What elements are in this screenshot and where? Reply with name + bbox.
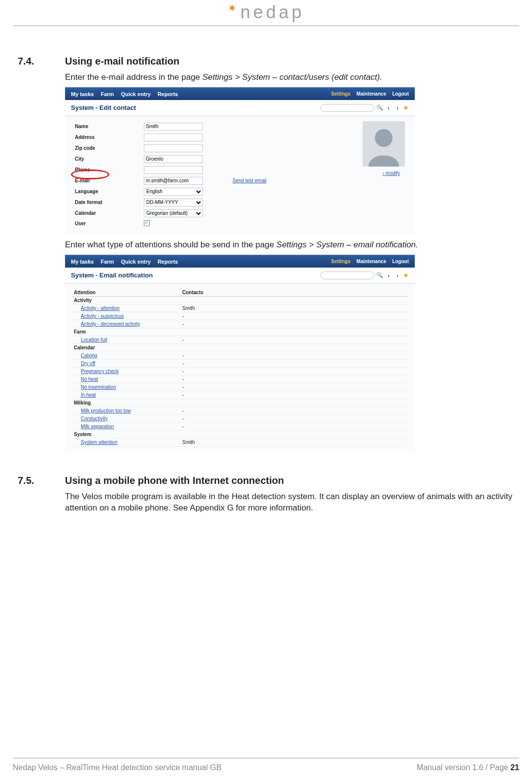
- contacts-cell: [180, 344, 408, 352]
- menu-reports[interactable]: Reports: [158, 91, 178, 97]
- table-row: Activity: [72, 297, 408, 305]
- form-row: Address: [72, 132, 408, 143]
- menu-maintenance[interactable]: Maintenance: [357, 91, 387, 97]
- attention-link[interactable]: Dry off: [74, 361, 95, 366]
- search-icon[interactable]: 🔍: [376, 104, 383, 111]
- menu-maintenance[interactable]: Maintenance: [357, 259, 387, 264]
- attention-link[interactable]: Activity - decreased activity: [74, 321, 140, 327]
- form-label: Name: [72, 121, 141, 132]
- search-icon[interactable]: 🔍: [376, 272, 383, 279]
- form-label: Address: [72, 132, 141, 143]
- contacts-cell: -: [180, 415, 408, 423]
- form-row: Name: [72, 121, 408, 132]
- name-input[interactable]: [144, 123, 203, 131]
- contacts-cell: -: [180, 423, 408, 431]
- next-icon[interactable]: ›: [394, 104, 401, 111]
- attention-link[interactable]: Pregnancy check: [74, 369, 119, 374]
- contacts-cell: -: [180, 375, 408, 383]
- section-title-75: Using a mobile phone with Internet conne…: [65, 475, 284, 486]
- menu-logout[interactable]: Logout: [392, 91, 409, 97]
- table-row: Dry off-: [72, 360, 408, 368]
- menu-settings[interactable]: Settings: [331, 259, 350, 264]
- contact-avatar: [363, 121, 405, 167]
- zip-code-input[interactable]: [144, 144, 203, 152]
- body-paragraph-75: The Velos mobile program is available in…: [65, 491, 514, 514]
- address-input[interactable]: [144, 134, 203, 141]
- menu-quick-entry[interactable]: Quick entry: [121, 259, 151, 265]
- phone-input[interactable]: [144, 166, 203, 174]
- contacts-cell: [180, 297, 408, 305]
- user-checkbox[interactable]: [144, 220, 150, 226]
- attention-link[interactable]: Milk production too low: [74, 408, 131, 413]
- attention-link[interactable]: Milk separation: [74, 424, 114, 429]
- table-row: Calving-: [72, 352, 408, 360]
- col-header-attention: Attention: [72, 289, 180, 297]
- mid-paragraph-74: Enter what type of attentions should be …: [65, 239, 514, 251]
- contacts-cell: -: [180, 320, 408, 328]
- attention-link[interactable]: Calving: [74, 353, 97, 358]
- contacts-cell: [180, 399, 408, 407]
- category-label: Farm: [72, 328, 180, 336]
- search-input[interactable]: [320, 272, 374, 279]
- form-row: LanguageEnglish: [72, 186, 408, 197]
- menu-my-tasks[interactable]: My tasks: [71, 91, 94, 97]
- page-title: System - Edit contact: [71, 104, 136, 111]
- favorite-star-icon[interactable]: ★: [403, 272, 409, 279]
- category-label: Milking: [72, 399, 180, 407]
- table-row: No heat-: [72, 375, 408, 383]
- prev-icon[interactable]: ‹: [385, 104, 392, 111]
- calendar-select[interactable]: Gregorian (default): [144, 209, 203, 217]
- contacts-cell: Smith: [180, 305, 408, 312]
- contacts-cell: -: [180, 407, 408, 415]
- form-label: Date format: [72, 197, 141, 208]
- attention-link[interactable]: Activity - suspicious: [74, 313, 124, 319]
- menu-reports[interactable]: Reports: [158, 259, 178, 265]
- section-title-74: Using e-mail notification: [65, 56, 179, 67]
- contacts-cell: -: [180, 383, 408, 391]
- table-row: Conductivity-: [72, 415, 408, 423]
- form-label: City: [72, 154, 141, 165]
- menu-farm[interactable]: Farm: [100, 259, 114, 265]
- attention-link[interactable]: No heat: [74, 376, 98, 382]
- form-row: User: [72, 219, 408, 229]
- table-row: Farm: [72, 328, 408, 336]
- table-row: Activity - suspicious-: [72, 312, 408, 320]
- attention-link[interactable]: Conductivity: [74, 416, 107, 421]
- prev-icon[interactable]: ‹: [385, 272, 392, 279]
- table-row: System attentionSmith: [72, 439, 408, 446]
- attention-link[interactable]: Activity - attention: [74, 306, 120, 311]
- app-menu-bar: My tasks Farm Quick entry Reports Settin…: [65, 256, 415, 268]
- attention-link[interactable]: Location full: [74, 337, 107, 342]
- footer-left: Nedap Velos – RealTime Heat detection se…: [13, 763, 222, 772]
- next-icon[interactable]: ›: [394, 272, 401, 279]
- attention-link[interactable]: In heat: [74, 392, 96, 398]
- form-label: Phone: [72, 165, 141, 175]
- form-row: Phone: [72, 165, 408, 175]
- e-mail-input[interactable]: [144, 177, 203, 185]
- app-menu-bar: My tasks Farm Quick entry Reports Settin…: [65, 88, 415, 100]
- page-title: System - Email notification: [71, 272, 153, 279]
- footer-rule: [13, 758, 519, 758]
- search-input[interactable]: [320, 104, 374, 112]
- city-input[interactable]: [144, 155, 203, 163]
- menu-my-tasks[interactable]: My tasks: [71, 259, 94, 265]
- send-test-email-link[interactable]: Send test email: [233, 178, 266, 183]
- menu-settings[interactable]: Settings: [331, 91, 350, 97]
- form-row: CalendarGregorian (default): [72, 208, 408, 219]
- language-select[interactable]: English: [144, 188, 203, 196]
- contacts-cell: [180, 328, 408, 336]
- menu-farm[interactable]: Farm: [100, 91, 114, 97]
- attention-link[interactable]: No insemination: [74, 384, 116, 390]
- date-format-select[interactable]: DD-MM-YYYY: [144, 199, 203, 206]
- contacts-cell: -: [180, 360, 408, 368]
- category-label: Activity: [72, 297, 180, 305]
- svg-point-1: [375, 129, 393, 147]
- menu-quick-entry[interactable]: Quick entry: [121, 91, 151, 97]
- contacts-cell: -: [180, 352, 408, 360]
- star-icon: ✶: [228, 2, 239, 14]
- favorite-star-icon[interactable]: ★: [403, 104, 409, 111]
- form-label: User: [72, 219, 141, 229]
- menu-logout[interactable]: Logout: [392, 259, 409, 264]
- attention-link[interactable]: System attention: [74, 440, 117, 445]
- modify-link[interactable]: modify: [382, 170, 400, 176]
